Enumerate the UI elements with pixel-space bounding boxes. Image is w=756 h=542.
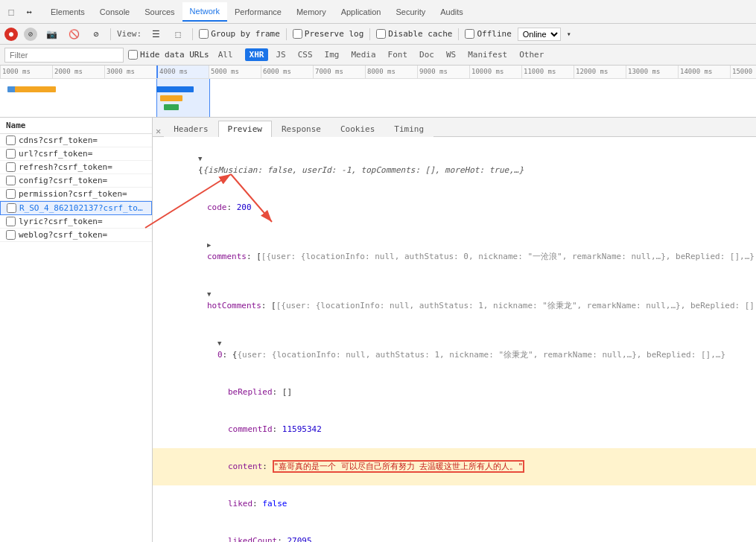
tab-console[interactable]: Console	[92, 3, 137, 21]
filter-bar: Hide data URLs All XHR JS CSS Img Media …	[0, 45, 756, 66]
tick-2000: 2000 ms	[52, 66, 104, 78]
json-preview: {{isMusician: false, userId: -1, topComm…	[153, 137, 756, 542]
tick-4000: 4000 ms	[156, 66, 209, 78]
filter-css[interactable]: CSS	[293, 48, 317, 61]
tick-14000: 14000 ms	[678, 66, 730, 78]
tab-memory[interactable]: Memory	[289, 3, 334, 21]
tick-15000: 15000 ms	[730, 66, 756, 78]
filter-manifest[interactable]: Manifest	[463, 48, 512, 61]
tick-9000: 9000 ms	[417, 66, 469, 78]
timeline-content	[0, 79, 756, 118]
filter-img[interactable]: Img	[320, 48, 344, 61]
filter-input[interactable]	[4, 48, 124, 63]
json-hot-comments[interactable]: hotComments: [[{user: {locationInfo: nul…	[153, 275, 756, 325]
separator-1	[110, 28, 111, 40]
preserve-log-checkbox[interactable]	[293, 29, 302, 39]
timeline-panel: 1000 ms 2000 ms 3000 ms 4000 ms 5000 ms …	[0, 66, 756, 118]
offline-check[interactable]: Offline	[465, 29, 511, 39]
request-item[interactable]: cdns?csrf_token=	[0, 134, 152, 147]
request-checkbox[interactable]	[6, 230, 16, 240]
request-checkbox[interactable]	[6, 176, 16, 185]
separator-3	[286, 28, 287, 40]
tab-timing[interactable]: Timing	[384, 121, 433, 137]
request-item[interactable]: weblog?csrf_token=	[0, 229, 152, 242]
offline-checkbox[interactable]	[465, 29, 474, 39]
json-root[interactable]: {{isMusician: false, userId: -1, topComm…	[153, 140, 756, 189]
throttle-select[interactable]: Online	[518, 28, 561, 41]
tab-network[interactable]: Network	[182, 2, 227, 22]
throttle-dropdown-arrow[interactable]: ▾	[567, 30, 571, 38]
json-code: code: 200	[153, 189, 756, 226]
timeline-bar-3	[156, 86, 194, 92]
tab-sources[interactable]: Sources	[137, 3, 182, 21]
request-checkbox[interactable]	[6, 189, 16, 199]
request-item[interactable]: config?csrf_token=	[0, 174, 152, 188]
hide-data-urls-check[interactable]: Hide data URLs	[128, 50, 209, 60]
tick-5000: 5000 ms	[209, 66, 261, 78]
request-item[interactable]: lyric?csrf_token=	[0, 215, 152, 229]
tab-application[interactable]: Application	[334, 3, 389, 21]
filter-js[interactable]: JS	[271, 48, 290, 61]
view-label: View:	[117, 29, 142, 39]
requests-panel: Name cdns?csrf_token= url?csrf_token= re…	[0, 118, 153, 542]
close-detail-button[interactable]: ✕	[153, 126, 164, 136]
group-by-frame-check[interactable]: Group by frame	[199, 29, 280, 39]
filter-button[interactable]: ⊘	[88, 26, 104, 42]
screenshot-view-icon[interactable]: ⬚	[170, 26, 186, 42]
devtools-icon-1[interactable]: ⬚	[3, 4, 19, 20]
all-filter[interactable]: All	[214, 48, 238, 61]
comments-expand[interactable]	[207, 240, 212, 249]
tab-elements[interactable]: Elements	[43, 3, 92, 21]
root-expand[interactable]	[198, 153, 203, 163]
json-item0[interactable]: 0: {{user: {locationInfo: null, authStat…	[153, 325, 756, 374]
tick-1000: 1000 ms	[0, 66, 52, 78]
disable-cache-check[interactable]: Disable cache	[376, 29, 452, 39]
list-view-icon[interactable]: ☰	[147, 26, 164, 42]
disable-cache-checkbox[interactable]	[376, 29, 386, 39]
record-button[interactable]: ●	[4, 28, 18, 41]
separator-2	[192, 28, 193, 40]
separator-5	[458, 28, 459, 40]
filter-media[interactable]: Media	[346, 48, 380, 61]
tab-audits[interactable]: Audits	[433, 3, 471, 21]
detail-tabs: ✕ Headers Preview Response Cookies Timin…	[153, 118, 756, 137]
main-content: Name cdns?csrf_token= url?csrf_token= re…	[0, 118, 756, 542]
filter-ws[interactable]: WS	[442, 48, 460, 61]
request-checkbox[interactable]	[7, 203, 16, 213]
filter-other[interactable]: Other	[515, 48, 548, 61]
filter-font[interactable]: Font	[384, 48, 413, 61]
request-checkbox[interactable]	[6, 217, 16, 226]
json-comments[interactable]: comments: [[{user: {locationInfo: null, …	[153, 226, 756, 275]
request-checkbox[interactable]	[6, 162, 16, 172]
filter-xhr[interactable]: XHR	[245, 48, 269, 61]
devtools-icon-2[interactable]: ↔	[21, 4, 37, 20]
tab-response[interactable]: Response	[272, 121, 331, 137]
group-by-frame-checkbox[interactable]	[199, 29, 209, 39]
filter-doc[interactable]: Doc	[415, 48, 439, 61]
tab-security[interactable]: Security	[388, 3, 433, 21]
filter-types: XHR JS CSS Img Media Font Doc WS Manifes…	[245, 48, 549, 61]
request-checkbox[interactable]	[6, 136, 16, 145]
request-item[interactable]: url?csrf_token=	[0, 147, 152, 161]
tab-headers[interactable]: Headers	[164, 121, 217, 137]
tick-13000: 13000 ms	[626, 66, 678, 78]
separator-4	[369, 28, 370, 40]
tab-cookies[interactable]: Cookies	[331, 121, 384, 137]
clear-button[interactable]: 🚫	[66, 26, 82, 42]
tab-performance[interactable]: Performance	[227, 3, 289, 21]
item0-expand[interactable]	[217, 338, 223, 348]
preserve-log-check[interactable]: Preserve log	[293, 29, 363, 39]
request-item[interactable]: refresh?csrf_token=	[0, 161, 152, 174]
tick-10000: 10000 ms	[469, 66, 521, 78]
timeline-bar-4	[160, 95, 182, 101]
json-commentid: commentId: 11595342	[153, 411, 756, 448]
tab-preview[interactable]: Preview	[218, 121, 272, 137]
request-item[interactable]: permission?csrf_token=	[0, 188, 152, 201]
camera-button[interactable]: 📷	[43, 26, 60, 42]
request-item-active[interactable]: R_SO_4_862102137?csrf_token=	[0, 201, 152, 215]
hotcomments-expand[interactable]	[207, 289, 212, 299]
stop-button[interactable]: ⊘	[24, 28, 37, 41]
devtools-icons: ⬚ ↔	[3, 4, 37, 20]
request-checkbox[interactable]	[6, 149, 16, 159]
hide-data-urls-checkbox[interactable]	[128, 50, 138, 60]
